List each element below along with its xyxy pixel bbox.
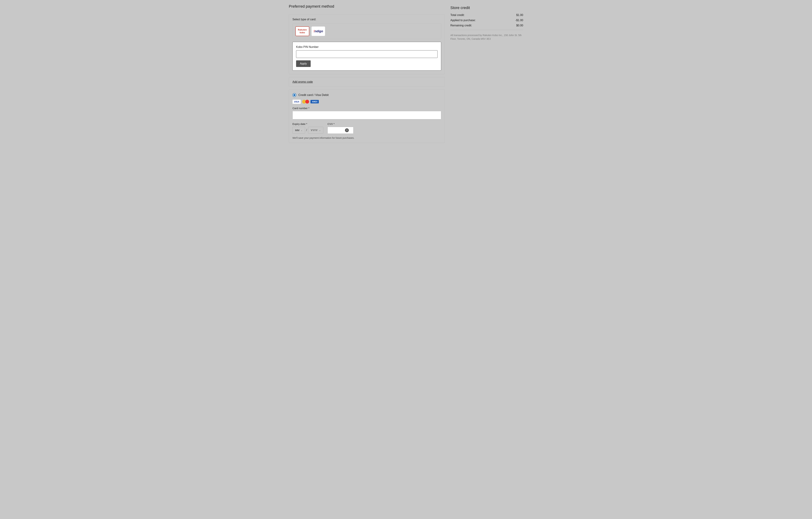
applied-credit-row: Applied to purchase: -$1.00 xyxy=(451,19,523,22)
divider xyxy=(451,30,523,30)
remaining-credit-value: $0.00 xyxy=(516,24,523,27)
credit-card-radio[interactable] xyxy=(292,93,296,97)
card-number-input[interactable] xyxy=(293,111,441,119)
cvv-input[interactable] xyxy=(330,129,344,132)
page-title: Preferred payment method xyxy=(289,4,445,9)
rakuten-kobo-card-option[interactable]: Rakuten kobo xyxy=(295,26,309,36)
mastercard-logo xyxy=(302,100,309,104)
expiry-cvv-row: Expiry date * MM ⌄ / YYYY ⌄ C xyxy=(292,122,441,134)
promo-section: Add promo code xyxy=(289,77,445,87)
expiry-year-value: YYYY xyxy=(311,129,318,132)
expiry-separator: / xyxy=(306,128,307,132)
amex-logo: AMEX xyxy=(311,100,319,103)
cvv-label: CVV * xyxy=(327,122,353,126)
pin-label: Kobo PIN Number xyxy=(296,46,438,49)
applied-credit-value: -$1.00 xyxy=(515,19,523,22)
expiry-group: Expiry date * MM ⌄ / YYYY ⌄ xyxy=(292,122,323,134)
credit-card-label: Credit card / Visa Debit xyxy=(298,93,328,97)
add-promo-code-link[interactable]: Add promo code xyxy=(292,80,313,83)
cvv-help-icon[interactable]: ? xyxy=(345,128,349,132)
remaining-credit-row: Remaining credit: $0.00 xyxy=(451,24,523,27)
store-credit-title: Store credit xyxy=(451,5,523,10)
indigo-card-option[interactable]: !ndigo xyxy=(311,26,325,36)
card-number-label: Card number * xyxy=(292,107,441,110)
total-credit-label: Total credit: xyxy=(451,13,465,17)
expiry-year-chevron: ⌄ xyxy=(319,129,321,132)
card-type-label: Select type of card: xyxy=(292,18,441,21)
visa-logo: VISA xyxy=(292,100,301,104)
cvv-input-wrapper: ? xyxy=(327,127,353,134)
expiry-month-value: MM xyxy=(295,129,299,132)
pin-input[interactable] xyxy=(296,50,438,58)
expiry-month-select[interactable]: MM ⌄ xyxy=(292,127,305,134)
pin-section: Kobo PIN Number Apply xyxy=(292,42,441,71)
remaining-credit-label: Remaining credit: xyxy=(451,24,472,27)
indigo-logo-text: !ndigo xyxy=(314,29,323,33)
store-credit-section: Store credit Total credit: $1.00 Applied… xyxy=(451,4,523,42)
card-brand-logos: VISA AMEX xyxy=(292,100,441,104)
expiry-year-select[interactable]: YYYY ⌄ xyxy=(308,127,323,134)
total-credit-row: Total credit: $1.00 xyxy=(451,13,523,17)
credit-rows: Total credit: $1.00 Applied to purchase:… xyxy=(451,13,523,27)
credit-card-section: Credit card / Visa Debit VISA AMEX Card … xyxy=(289,89,445,143)
radio-selected-indicator xyxy=(293,94,295,96)
cvv-group: CVV * ? xyxy=(327,122,353,134)
left-panel: Preferred payment method Select type of … xyxy=(289,4,445,143)
expiry-month-chevron: ⌄ xyxy=(301,129,302,132)
applied-credit-label: Applied to purchase: xyxy=(451,19,476,22)
transaction-text: All transactions processed by Rakuten Ko… xyxy=(451,33,523,41)
credit-card-radio-row[interactable]: Credit card / Visa Debit xyxy=(292,93,441,97)
total-credit-value: $1.00 xyxy=(516,13,523,17)
card-type-options: Rakuten kobo !ndigo xyxy=(292,23,441,39)
expiry-label: Expiry date * xyxy=(292,122,323,126)
apply-button[interactable]: Apply xyxy=(296,60,311,67)
save-info-text: We'll save your payment information for … xyxy=(292,137,441,139)
right-panel: Store credit Total credit: $1.00 Applied… xyxy=(451,4,523,143)
expiry-inputs: MM ⌄ / YYYY ⌄ xyxy=(292,127,323,134)
rakuten-kobo-logo-text: Rakuten kobo xyxy=(298,28,307,34)
card-type-section: Select type of card: Rakuten kobo !ndigo xyxy=(289,14,445,74)
card-number-input-wrapper[interactable] xyxy=(292,111,441,119)
